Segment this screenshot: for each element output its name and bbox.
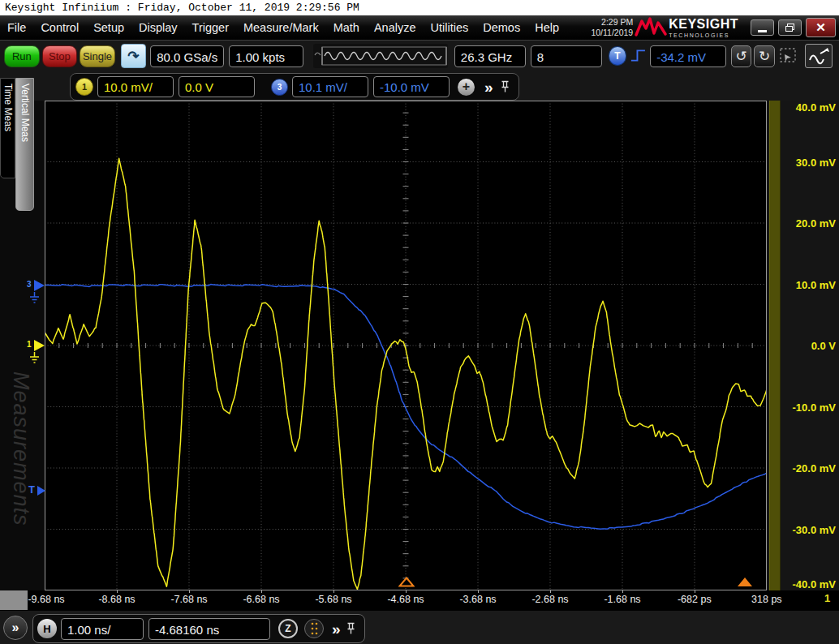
time-axis: -9.68 ns-8.68 ns-7.68 ns-6.68 ns-5.68 ns… [0,590,839,610]
channel-1-marker-label: 1 [27,340,32,349]
x-axis-tick [406,590,407,593]
averages-field[interactable]: 8 [531,45,602,67]
timebase-position-field[interactable]: -4.68160 ns [148,618,270,640]
waveform-drag-button[interactable] [805,44,833,68]
axis-channel-indicator: 1 [824,592,830,604]
waveform-preview-icon [313,45,448,67]
stop-button[interactable]: Stop [42,45,78,67]
x-axis-label: -682 ps [678,594,712,605]
x-axis-tick [550,590,551,593]
horizontal-reference-marker-icon[interactable] [737,577,753,587]
undo-button[interactable]: ↺ [731,45,752,67]
x-axis-tick [622,590,623,593]
menu-item-setup[interactable]: Setup [86,21,131,34]
menu-item-file[interactable]: File [0,21,33,34]
trigger-time-marker-icon[interactable] [398,577,415,587]
keysight-logo-icon [635,16,669,39]
trigger-badge[interactable]: T [609,46,627,66]
menu-item-analyze[interactable]: Analyze [367,21,424,34]
trigger-level-field[interactable]: -34.2 mV [650,45,726,67]
x-axis-label: -5.68 ns [315,594,351,605]
add-channel-button[interactable]: + [458,79,475,96]
scope-display[interactable] [45,101,767,590]
channel-3-scale-field[interactable]: 10.1 mV/ [292,76,368,97]
trigger-level-marker-icon[interactable] [37,486,45,496]
toolbar-right-icons [777,44,839,68]
channel-group: 1 10.0 mV/ 0.0 V 3 10.1 mV/ -10.0 mV + » [70,73,519,101]
x-axis-tick [695,590,695,593]
channel-1-ground-icon [29,352,40,363]
menu-item-control[interactable]: Control [33,21,86,34]
channel-1-scale-field[interactable]: 10.0 mV/ [97,76,174,97]
waveform-arrow-icon [807,46,830,66]
y-axis-label: 30.0 mV [796,156,836,168]
redo-button[interactable]: ↻ [754,45,775,67]
x-axis-label: 318 ps [751,594,782,605]
redo-icon: ↻ [759,48,770,65]
clock-date: 10/11/2019 [591,28,633,38]
pin-icon[interactable] [500,80,510,93]
channel-bar: 1 10.0 mV/ 0.0 V 3 10.1 mV/ -10.0 mV + » [0,71,839,101]
curved-arrow-icon: ↷ [127,48,139,65]
acquisition-preview[interactable] [313,44,448,68]
close-icon: ✕ [815,20,826,35]
axis-corner-block [0,590,28,610]
channel-1-badge[interactable]: 1 [75,78,93,96]
expand-left-button[interactable]: » [3,616,28,640]
restore-icon [785,23,795,32]
menu-item-display[interactable]: Display [131,21,185,34]
menu-item-measure-mark[interactable]: Measure/Mark [236,21,326,34]
single-button[interactable]: Single [80,45,115,67]
region-select-icon[interactable] [777,46,798,66]
run-button[interactable]: Run [4,45,40,67]
x-axis-label: -6.68 ns [243,594,279,605]
zoom-button[interactable]: Z [278,619,298,638]
y-axis-label: 20.0 mV [796,217,836,230]
x-axis-label: -7.68 ns [170,594,207,605]
tab-vertical-meas[interactable]: Vertical Meas [15,78,34,211]
minimize-icon [758,30,767,32]
x-axis-tick [261,590,262,593]
menu-item-help[interactable]: Help [527,21,566,34]
channel-3-badge[interactable]: 3 [271,79,288,96]
minimize-button[interactable] [751,19,774,36]
x-axis-tick [333,590,334,593]
bandwidth-field[interactable]: 26.3 GHz [454,45,526,67]
menu-item-math[interactable]: Math [326,21,367,34]
pin-icon[interactable] [346,622,356,635]
memory-depth-field[interactable]: 1.00 kpts [229,45,303,67]
split-view-button[interactable] [304,619,324,638]
channel-1-offset-field[interactable]: 0.0 V [179,76,255,97]
menu-item-utilities[interactable]: Utilities [423,21,475,34]
expand-chevrons[interactable]: » [484,79,493,95]
expand-chevrons[interactable]: » [332,621,341,637]
channel-3-offset-field[interactable]: -10.0 mV [373,76,450,97]
toolbar: Run Stop Single ↷ 80.0 GSa/s 1.00 kpts 2… [0,40,839,71]
sample-rate-field[interactable]: 80.0 GSa/s [150,45,224,67]
timebase-scale-field[interactable]: 1.00 ns/ [61,618,144,640]
close-button[interactable]: ✕ [806,18,836,37]
horizontal-bar: » H 1.00 ns/ -4.68160 ns Z » [0,610,839,644]
y-axis-label: -40.0 mV [793,578,836,590]
y-axis-label: 0.0 V [811,340,836,352]
vertical-scale-strip[interactable] [769,101,781,590]
x-axis-label: -1.68 ns [604,594,640,605]
window-title: Keysight Infiniium : Friday, October 11,… [5,2,359,14]
x-axis-tick [189,590,190,593]
channel-1-marker-icon[interactable] [34,340,45,351]
menu-item-trigger[interactable]: Trigger [185,21,236,34]
trigger-level-marker-label: T [28,483,35,496]
restore-button[interactable] [778,19,802,36]
brand: KEYSIGHT TECHNOLOGIES [669,18,738,38]
undo-icon: ↺ [735,48,746,65]
x-axis-label: -3.68 ns [459,594,496,605]
y-axis-label: -30.0 mV [793,523,836,535]
trigger-edge-icon[interactable] [630,47,647,65]
menu-item-demos[interactable]: Demos [475,21,527,34]
horizontal-badge[interactable]: H [37,619,57,638]
tab-time-meas[interactable]: Time Meas [0,78,15,178]
touch-mode-button[interactable]: ↷ [121,44,146,68]
channel-3-marker-icon[interactable] [34,280,45,291]
x-axis-tick [117,590,118,593]
measurements-watermark: Measurements [8,371,33,526]
